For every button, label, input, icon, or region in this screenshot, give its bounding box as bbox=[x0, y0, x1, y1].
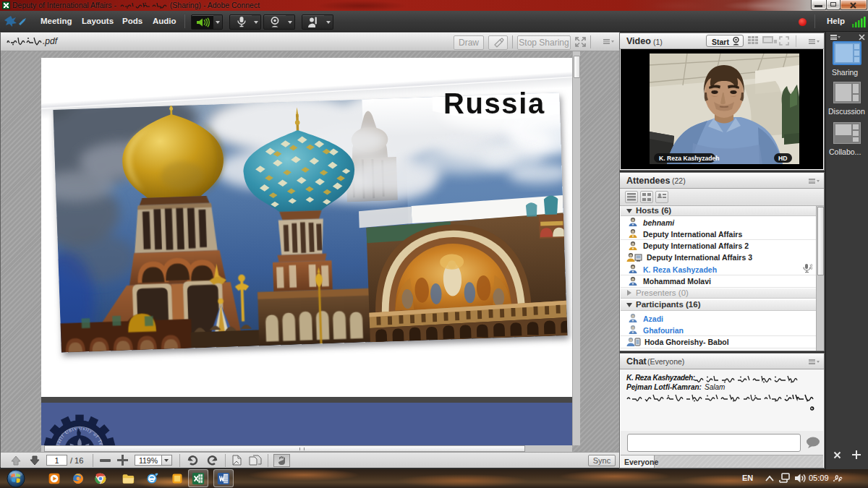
svg-text:K. Reza Kashyzadeh: K. Reza Kashyzadeh bbox=[659, 155, 720, 162]
svg-text:HD: HD bbox=[778, 155, 787, 162]
